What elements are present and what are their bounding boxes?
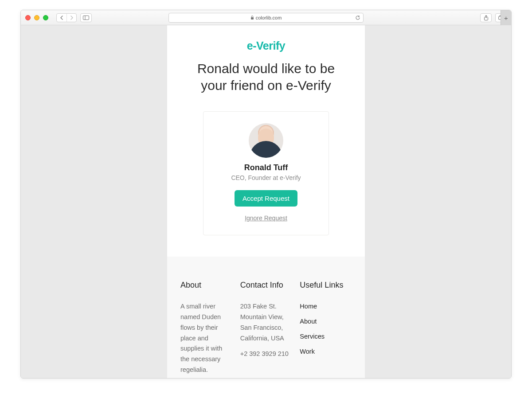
back-button[interactable] bbox=[57, 14, 66, 22]
about-text: A small river named Duden flows by their… bbox=[180, 301, 232, 375]
footer-link-about[interactable]: About bbox=[300, 316, 352, 327]
sidebar-toggle-button[interactable] bbox=[80, 13, 92, 22]
lock-icon bbox=[250, 16, 254, 20]
share-button[interactable] bbox=[480, 13, 492, 22]
footer: About A small river named Duden flows by… bbox=[167, 257, 365, 378]
contact-phone: +2 392 3929 210 bbox=[240, 349, 292, 359]
back-forward-segment bbox=[56, 13, 77, 22]
ignore-request-link[interactable]: Ignore Request bbox=[211, 215, 321, 222]
person-title: CEO, Founder at e-Verify bbox=[211, 174, 321, 181]
about-heading: About bbox=[180, 281, 232, 290]
email-container: e-Verify Ronald would like to be your fr… bbox=[167, 25, 365, 378]
brand-logo: e-Verify bbox=[167, 25, 365, 57]
accept-request-button[interactable]: Accept Request bbox=[235, 190, 297, 207]
browser-window: colorlib.com + e-Verify Ronald would lik… bbox=[20, 10, 512, 378]
nav-button-group bbox=[56, 13, 92, 22]
footer-links-column: Useful Links Home About Services Work bbox=[300, 281, 352, 375]
titlebar: colorlib.com + bbox=[21, 10, 511, 25]
new-tab-button[interactable]: + bbox=[501, 10, 511, 25]
forward-button[interactable] bbox=[66, 14, 76, 22]
useful-links-list: Home About Services Work bbox=[300, 301, 352, 357]
traffic-lights bbox=[25, 15, 48, 20]
footer-link-home[interactable]: Home bbox=[300, 301, 352, 312]
footer-contact-column: Contact Info 203 Fake St. Mountain View,… bbox=[240, 281, 292, 375]
address-bar[interactable]: colorlib.com bbox=[168, 13, 364, 23]
maximize-window-button[interactable] bbox=[43, 15, 48, 20]
contact-address: 203 Fake St. Mountain View, San Francisc… bbox=[240, 301, 292, 344]
viewport: e-Verify Ronald would like to be your fr… bbox=[21, 25, 511, 378]
reload-icon[interactable] bbox=[355, 15, 360, 20]
person-name: Ronald Tuff bbox=[211, 163, 321, 172]
address-text: colorlib.com bbox=[256, 15, 282, 20]
svg-rect-2 bbox=[251, 17, 254, 20]
avatar bbox=[249, 123, 283, 158]
footer-about-column: About A small river named Duden flows by… bbox=[180, 281, 232, 375]
friend-request-card: Ronald Tuff CEO, Founder at e-Verify Acc… bbox=[203, 111, 329, 235]
headline-text: Ronald would like to be your friend on e… bbox=[167, 57, 365, 94]
minimize-window-button[interactable] bbox=[34, 15, 39, 20]
contact-heading: Contact Info bbox=[240, 281, 292, 290]
footer-link-work[interactable]: Work bbox=[300, 347, 352, 357]
close-window-button[interactable] bbox=[25, 15, 31, 20]
footer-link-services[interactable]: Services bbox=[300, 332, 352, 342]
svg-rect-0 bbox=[83, 16, 89, 20]
links-heading: Useful Links bbox=[300, 281, 352, 290]
